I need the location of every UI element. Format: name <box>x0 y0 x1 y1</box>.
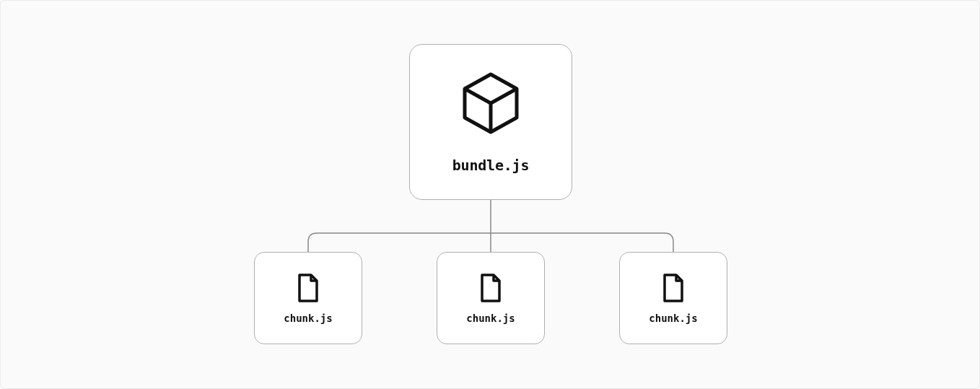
file-icon <box>295 272 321 304</box>
chunk-label: chunk.js <box>284 312 332 324</box>
chunk-node: chunk.js <box>437 252 545 344</box>
file-icon <box>478 272 504 304</box>
chunk-label: chunk.js <box>466 312 515 324</box>
diagram-canvas: bundle.js chunk.js chunk.js chun <box>1 1 979 388</box>
file-icon <box>660 272 686 304</box>
cube-icon <box>460 70 522 136</box>
bundle-label: bundle.js <box>452 157 530 174</box>
chunk-label: chunk.js <box>649 312 697 324</box>
chunk-node: chunk.js <box>619 252 727 344</box>
chunk-node: chunk.js <box>254 252 362 344</box>
bundle-node: bundle.js <box>409 44 572 200</box>
